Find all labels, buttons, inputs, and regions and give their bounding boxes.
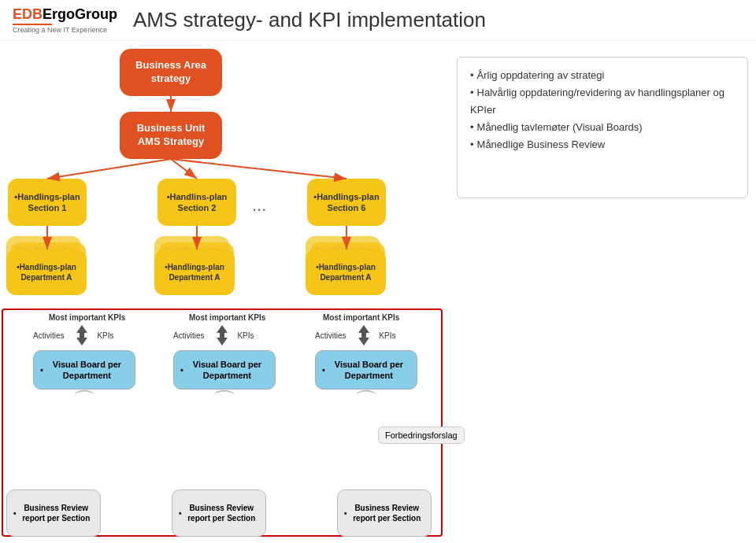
kpis-label-3: KPIs bbox=[379, 331, 395, 340]
svg-line-12 bbox=[171, 159, 346, 179]
biz-review-row: Business Review report per Section Busin… bbox=[6, 489, 432, 537]
info-item-3: Månedlig tavlemøter (Visual Boards) bbox=[470, 119, 735, 136]
logo-ergo: ErgoGroup bbox=[43, 6, 117, 22]
right-panel: Årlig oppdatering av strategi Halvårlig … bbox=[449, 41, 756, 543]
info-item-2: Halvårlig oppdatering/revidering av hand… bbox=[470, 84, 735, 119]
hp-section1-box: •Handlings-plan Section 1 bbox=[8, 179, 87, 226]
logo-edb: EDB bbox=[13, 6, 43, 22]
logo-subtitle: Creating a New IT Experience bbox=[13, 26, 117, 34]
svg-marker-5 bbox=[358, 333, 369, 345]
kpi-label-3: Most important KPIs bbox=[323, 313, 417, 322]
dots-separator: ... bbox=[252, 195, 266, 216]
kpi-arrow-3 bbox=[352, 323, 376, 347]
kpi-col1: Most important KPIs Activities KPIs Visu… bbox=[33, 313, 135, 413]
main-content: Business Area strategy Business Unit AMS… bbox=[0, 41, 756, 543]
biz-review-1: Business Review report per Section bbox=[6, 489, 101, 537]
kpi-label-1: Most important KPIs bbox=[49, 313, 135, 322]
visual-board-1: Visual Board per Department bbox=[33, 350, 135, 390]
kpi-arrow-2 bbox=[210, 323, 234, 347]
brace-3: ⌒ bbox=[315, 390, 417, 413]
kpi-col2: Most important KPIs Activities KPIs Visu… bbox=[173, 313, 276, 413]
logo-area: EDBErgoGroup Creating a New IT Experienc… bbox=[13, 6, 117, 34]
kpi-label-2: Most important KPIs bbox=[189, 313, 276, 322]
activities-label-1: Activities bbox=[33, 331, 64, 340]
kpis-label-1: KPIs bbox=[97, 331, 113, 340]
diagram-area: Business Area strategy Business Unit AMS… bbox=[0, 41, 449, 543]
info-item-1: Årlig oppdatering av strategi bbox=[470, 67, 735, 84]
dept-box-3c: •Handlings-plan Department A bbox=[306, 249, 386, 295]
hp-section2-box: •Handlins-plan Section 2 bbox=[158, 179, 236, 226]
kpi-arrow-1 bbox=[70, 323, 94, 347]
svg-marker-1 bbox=[76, 333, 87, 345]
kpis-label-2: KPIs bbox=[237, 331, 254, 340]
forbedrings-box: Forbedringsforslag bbox=[378, 427, 465, 444]
header: EDBErgoGroup Creating a New IT Experienc… bbox=[0, 0, 756, 41]
svg-marker-3 bbox=[217, 333, 228, 345]
page-title: AMS strategy- and KPI implementation bbox=[133, 8, 486, 32]
visual-board-2: Visual Board per Department bbox=[173, 350, 276, 390]
kpi-col3: Most important KPIs Activities KPIs Visu… bbox=[315, 313, 417, 413]
brace-1: ⌒ bbox=[33, 390, 135, 413]
svg-line-11 bbox=[171, 159, 197, 179]
info-item-4: Månedlige Business Review bbox=[470, 136, 735, 153]
logo-text: EDBErgoGroup bbox=[13, 6, 117, 23]
info-box: Årlig oppdatering av strategi Halvårlig … bbox=[457, 57, 748, 198]
dept-box-2c: •Handlings-plan Department A bbox=[154, 249, 235, 295]
brace-2: ⌒ bbox=[173, 390, 276, 413]
visual-board-3: Visual Board per Department bbox=[315, 350, 417, 390]
svg-line-10 bbox=[47, 159, 171, 179]
logo-line bbox=[13, 24, 52, 25]
business-unit-box: Business Unit AMS Strategy bbox=[120, 112, 222, 159]
business-area-box: Business Area strategy bbox=[120, 49, 222, 96]
biz-review-2: Business Review report per Section bbox=[172, 489, 266, 537]
activities-label-3: Activities bbox=[315, 331, 346, 340]
hp-section6-box: •Handlings-plan Section 6 bbox=[307, 179, 386, 226]
biz-review-3: Business Review report per Section bbox=[337, 489, 432, 537]
dept-box-1c: •Handlings-plan Department A bbox=[6, 249, 87, 295]
activities-label-2: Activities bbox=[173, 331, 204, 340]
